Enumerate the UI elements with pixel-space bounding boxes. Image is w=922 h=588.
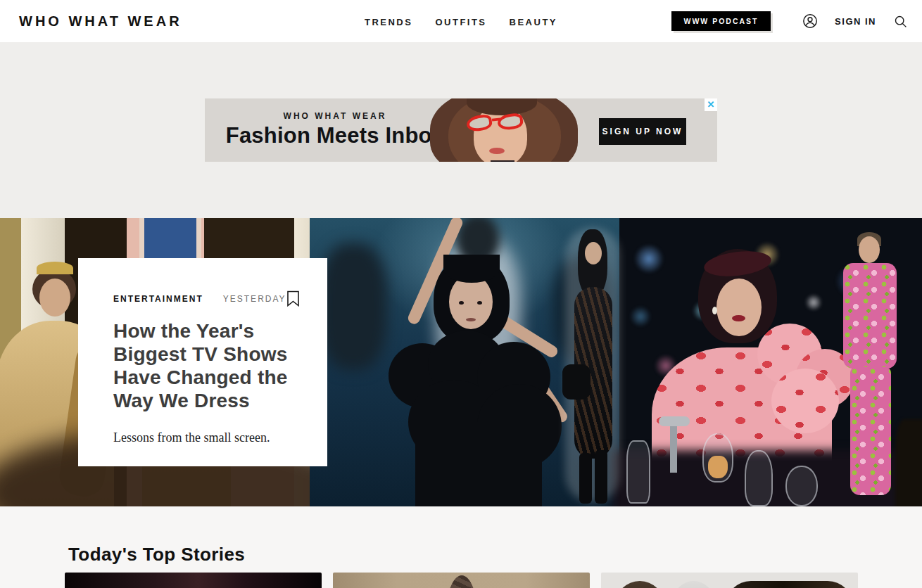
- ad-model-photo: [430, 98, 592, 162]
- www-podcast-button[interactable]: WWW PODCAST: [671, 11, 771, 31]
- header-actions: SIGN IN: [802, 0, 908, 42]
- hero-feature: ENTERTAINMENT YESTERDAY How the Year's B…: [0, 218, 922, 506]
- story-card-2-image[interactable]: [333, 573, 590, 588]
- site-header: WHO WHAT WEAR TRENDS OUTFITS BEAUTY WWW …: [0, 0, 922, 42]
- hero-story-card[interactable]: ENTERTAINMENT YESTERDAY How the Year's B…: [78, 258, 327, 466]
- ad-model-choker: [491, 160, 514, 162]
- ad-headline: Fashion Meets Inbox: [219, 123, 451, 148]
- story-card-3-collage-item: [674, 581, 714, 588]
- nav-link-trends[interactable]: TRENDS: [365, 15, 412, 27]
- main-nav: TRENDS OUTFITS BEAUTY: [0, 0, 922, 42]
- sign-up-now-button[interactable]: SIGN UP NOW: [599, 118, 686, 145]
- ad-brand-text: WHO WHAT WEAR: [219, 111, 451, 121]
- hero-category-link[interactable]: ENTERTAINMENT: [113, 294, 203, 304]
- hero-dek: Lessons from the small screen.: [113, 430, 293, 445]
- story-card-3-collage-item: [726, 581, 853, 588]
- page: WHO WHAT WEAR TRENDS OUTFITS BEAUTY WWW …: [0, 0, 922, 588]
- hero-runway-model-floral-suit: [843, 263, 897, 369]
- account-icon[interactable]: [802, 13, 818, 29]
- ad-banner[interactable]: WHO WHAT WEAR Fashion Meets Inbox SIGN U…: [205, 98, 717, 162]
- story-card-2-braid-detail: [446, 575, 478, 588]
- story-card-3-image[interactable]: [601, 573, 858, 588]
- hero-runway-model-black-dress: [560, 218, 626, 506]
- top-stories-section: Today's Top Stories: [0, 506, 922, 588]
- top-stories-heading: Today's Top Stories: [68, 544, 245, 565]
- ad-close-icon[interactable]: ✕: [705, 98, 717, 111]
- search-icon[interactable]: [893, 14, 908, 29]
- hero-scene-emily-in-paris: [619, 218, 922, 506]
- hero-kicker: ENTERTAINMENT YESTERDAY: [113, 290, 293, 307]
- nav-link-beauty[interactable]: BEAUTY: [510, 15, 557, 27]
- bookmark-icon[interactable]: [286, 290, 300, 307]
- ad-copy: WHO WHAT WEAR Fashion Meets Inbox: [219, 98, 451, 162]
- sign-in-link[interactable]: SIGN IN: [835, 16, 876, 27]
- story-card-3-collage-item: [615, 581, 664, 588]
- hero-headline[interactable]: How the Year's Biggest TV Shows Have Cha…: [113, 319, 293, 412]
- ad-model-lips: [489, 148, 505, 154]
- nav-link-outfits[interactable]: OUTFITS: [435, 15, 486, 27]
- hero-timestamp: YESTERDAY: [223, 294, 286, 304]
- story-card-1-image[interactable]: [65, 573, 322, 588]
